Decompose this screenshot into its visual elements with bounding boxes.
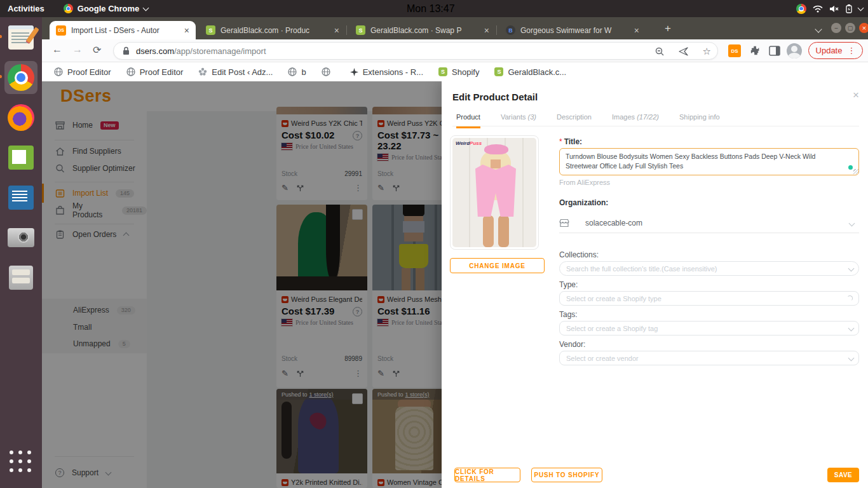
- address-bar: ← → ⟳ dsers.com/app/storemanage/import ☆…: [42, 39, 868, 62]
- tab-separator: [346, 25, 347, 35]
- bookmark-geraldblack[interactable]: S GeraldBlack.c...: [494, 67, 566, 77]
- extensions-puzzle-icon[interactable]: [750, 45, 761, 57]
- battery-icon: [846, 4, 852, 13]
- close-tab-icon[interactable]: ×: [334, 26, 339, 35]
- site-favicon: B: [506, 25, 515, 35]
- new-tab-button[interactable]: +: [665, 22, 671, 35]
- tab-geraldblack-swap[interactable]: S GeraldBlack.com · Swap P ×: [349, 21, 496, 39]
- camera-icon: [8, 228, 34, 247]
- tags-label: Tags:: [559, 310, 578, 319]
- dock-text-editor[interactable]: [4, 21, 37, 54]
- writer-icon: [8, 186, 34, 210]
- app-menu[interactable]: Google Chrome: [64, 4, 149, 13]
- bookmark-b[interactable]: b: [288, 67, 306, 77]
- close-icon[interactable]: ×: [853, 89, 859, 102]
- bookmark-edit-post[interactable]: Edit Post ‹ Adz...: [198, 67, 273, 77]
- pinwheel-icon: [350, 68, 358, 76]
- shopify-favicon: S: [206, 25, 215, 35]
- dock-libreoffice-writer[interactable]: [4, 181, 37, 214]
- back-button[interactable]: ←: [52, 44, 62, 55]
- tab-gorgeous-swimwear[interactable]: B Gorgeous Swimwear for W ×: [499, 21, 646, 39]
- store-icon: [559, 219, 569, 227]
- bookmark-proof-editor-1[interactable]: Proof Editor: [54, 67, 111, 77]
- side-panel-icon[interactable]: [769, 46, 780, 56]
- browser-menu-icon[interactable]: ⋮: [847, 46, 855, 55]
- organization-label: Organization:: [559, 198, 608, 207]
- clock[interactable]: Mon 13:47: [407, 0, 455, 17]
- divider: [452, 126, 859, 126]
- tab-separator: [496, 25, 497, 35]
- vendor-input[interactable]: [559, 351, 859, 365]
- dock: [0, 17, 42, 488]
- title-input[interactable]: Turndown Blouse Bodysuits Women Sexy Bac…: [559, 148, 859, 175]
- running-indicator: [0, 35, 2, 38]
- profile-avatar[interactable]: [787, 43, 802, 58]
- firefox-icon: [8, 104, 34, 131]
- tab-import-list[interactable]: DS Import List - DSers - Autor ×: [50, 21, 196, 39]
- maximize-button[interactable]: ▢: [845, 23, 855, 33]
- shopify-icon: S: [494, 67, 503, 76]
- type-input[interactable]: [559, 291, 859, 306]
- globe-icon: [126, 67, 135, 76]
- dock-chrome[interactable]: [4, 61, 37, 94]
- apps-grid-icon: [10, 451, 32, 473]
- url-text: dsers.com/app/storemanage/import: [136, 46, 266, 56]
- type-label: Type:: [559, 280, 578, 289]
- store-name: solacecable-com: [585, 219, 642, 227]
- update-button[interactable]: Update ⋮: [808, 42, 863, 59]
- app-menu-label: Google Chrome: [78, 4, 140, 13]
- chevron-down-icon: [849, 220, 855, 226]
- flower-icon: [198, 67, 207, 76]
- close-window-button[interactable]: ×: [859, 23, 868, 33]
- dock-firefox[interactable]: [4, 101, 37, 134]
- bookmark-proof-editor-2[interactable]: Proof Editor: [126, 67, 184, 77]
- tab-title: Gorgeous Swimwear for W: [520, 26, 629, 35]
- chevron-down-icon: [858, 4, 864, 11]
- tab-search-chevron-icon[interactable]: [815, 25, 822, 32]
- product-image-box[interactable]: WeirdPuss: [450, 135, 539, 250]
- tags-input[interactable]: [559, 321, 859, 336]
- store-select[interactable]: solacecable-com: [559, 214, 859, 233]
- close-tab-icon[interactable]: ×: [184, 26, 189, 35]
- edit-product-modal: Edit Product Detail × Product Variants (…: [442, 81, 868, 488]
- tab-title: GeraldBlack.com · Produc: [220, 26, 329, 35]
- globe-icon: [288, 67, 297, 76]
- globe-icon: [322, 67, 330, 76]
- close-tab-icon[interactable]: ×: [484, 26, 489, 35]
- dsers-extension-icon[interactable]: DS: [728, 44, 741, 57]
- click-for-details-button[interactable]: CLICK FOR DETAILS: [454, 468, 520, 482]
- wifi-icon: [813, 5, 823, 13]
- forward-button[interactable]: →: [72, 44, 83, 55]
- reload-button[interactable]: ⟳: [93, 44, 101, 56]
- change-image-button[interactable]: CHANGE IMAGE: [450, 258, 545, 273]
- bookmark-unnamed[interactable]: [322, 67, 335, 76]
- shopify-favicon: S: [356, 25, 365, 35]
- system-tray[interactable]: [796, 0, 863, 17]
- watermark: WeirdPuss: [456, 140, 482, 146]
- bookmark-extensions[interactable]: Extensions - R...: [350, 67, 423, 77]
- minimize-button[interactable]: –: [831, 23, 841, 33]
- zoom-icon[interactable]: [655, 47, 665, 57]
- send-icon[interactable]: [679, 47, 689, 56]
- resize-handle-icon[interactable]: [853, 169, 858, 174]
- modal-title: Edit Product Detail: [452, 92, 538, 102]
- bookmark-star-icon[interactable]: ☆: [703, 46, 711, 57]
- bookmark-shopify[interactable]: S Shopify: [438, 67, 479, 77]
- collections-input[interactable]: [559, 261, 859, 276]
- close-tab-icon[interactable]: ×: [634, 26, 639, 35]
- tab-title: Import List - DSers - Autor: [71, 26, 179, 35]
- url-field[interactable]: dsers.com/app/storemanage/import ☆: [113, 42, 718, 60]
- dock-libreoffice-calc[interactable]: [4, 141, 37, 174]
- dock-app-grid[interactable]: [4, 445, 37, 478]
- calc-icon: [8, 146, 34, 170]
- chrome-tray-icon: [796, 4, 806, 14]
- activities-button[interactable]: Activities: [8, 4, 44, 13]
- update-label: Update: [816, 46, 843, 55]
- push-to-shopify-button[interactable]: PUSH TO SHOPIFY: [531, 468, 602, 482]
- tab-geraldblack-product[interactable]: S GeraldBlack.com · Produc ×: [200, 21, 346, 39]
- shopify-icon: S: [438, 67, 447, 76]
- dock-camera[interactable]: [4, 221, 37, 254]
- loading-spinner-icon: [847, 295, 853, 301]
- save-button[interactable]: SAVE: [827, 468, 859, 482]
- dock-file-cabinet[interactable]: [4, 261, 37, 294]
